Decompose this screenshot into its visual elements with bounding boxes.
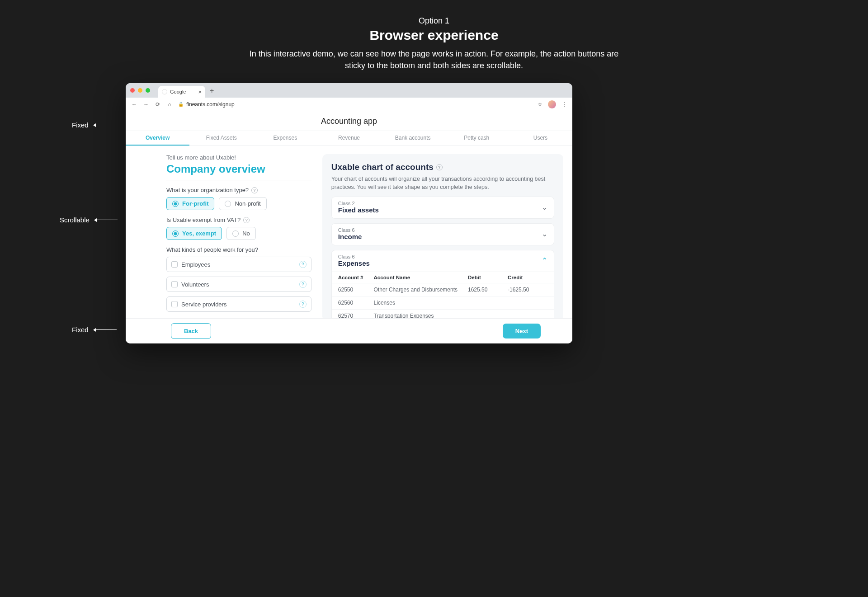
chevron-down-icon: ⌄	[542, 230, 547, 238]
question-people: What kinds of people work for you?	[166, 246, 311, 253]
page-title: Browser experience	[0, 28, 868, 43]
left-scroll-area[interactable]: Tell us more about Uxable! Company overv…	[166, 154, 316, 321]
radio-non-profit[interactable]: Non-profit	[219, 197, 266, 210]
accordion-expenses: Class 6Expenses ⌃ Account #Account NameD…	[331, 250, 554, 321]
accordion-fixed-assets: Class 2Fixed assets ⌄	[331, 197, 554, 219]
home-icon[interactable]: ⌂	[166, 101, 173, 108]
panel-description: Your chart of accounts will organize all…	[331, 175, 554, 191]
tab-petty-cash[interactable]: Petty cash	[445, 131, 509, 146]
accordion-header[interactable]: Class 2Fixed assets ⌄	[332, 197, 554, 218]
app-nav-tabs: Overview Fixed Assets Expenses Revenue B…	[126, 131, 572, 146]
maximize-window-icon[interactable]	[146, 88, 150, 93]
help-icon[interactable]: ?	[299, 301, 307, 308]
bookmark-icon[interactable]: ☆	[538, 101, 542, 108]
chevron-down-icon: ⌄	[542, 203, 547, 212]
annotation-fixed-top: Fixed	[72, 121, 117, 129]
right-panel[interactable]: Uxable chart of accounts? Your chart of …	[322, 154, 563, 321]
close-tab-icon[interactable]: ×	[198, 89, 202, 95]
minimize-window-icon[interactable]	[138, 88, 142, 93]
tab-title: Google	[170, 89, 186, 94]
help-icon[interactable]: ?	[251, 187, 258, 193]
radio-no[interactable]: No	[226, 227, 256, 240]
table-row[interactable]: 62560Licenses	[332, 296, 554, 309]
checkbox-volunteers[interactable]: Volunteers?	[166, 277, 311, 292]
browser-addressbar: ← → ⟳ ⌂ 🔒 fineants.com/signup ☆ ⋮	[126, 98, 572, 111]
browser-window: Google × + ← → ⟳ ⌂ 🔒 fineants.com/signup…	[126, 83, 572, 343]
accordion-header[interactable]: Class 6Income ⌄	[332, 224, 554, 245]
tab-expenses[interactable]: Expenses	[253, 131, 317, 146]
close-window-icon[interactable]	[130, 88, 135, 93]
help-icon[interactable]: ?	[299, 281, 307, 288]
next-button[interactable]: Next	[503, 324, 541, 338]
traffic-lights[interactable]	[130, 88, 150, 93]
tab-overview[interactable]: Overview	[126, 131, 189, 146]
checkbox-service-providers[interactable]: Service providers?	[166, 296, 311, 312]
radio-for-profit[interactable]: For-profit	[166, 197, 214, 210]
page-description: In this interactive demo, we can see how…	[0, 48, 868, 71]
url-field[interactable]: 🔒 fineants.com/signup	[178, 101, 532, 108]
nav-forward-icon[interactable]: →	[143, 101, 149, 108]
kebab-menu-icon[interactable]: ⋮	[561, 101, 567, 108]
help-icon[interactable]: ?	[436, 164, 443, 170]
annotation-scrollable: Scrollable	[60, 216, 118, 224]
browser-tab[interactable]: Google ×	[158, 86, 205, 98]
tab-users[interactable]: Users	[509, 131, 572, 146]
table-header: Account #Account NameDebitCredit	[332, 272, 554, 283]
app-title: Accounting app	[126, 111, 572, 131]
accordion-header[interactable]: Class 6Expenses ⌃	[332, 250, 554, 272]
nav-back-icon[interactable]: ←	[131, 101, 137, 108]
chevron-up-icon: ⌃	[542, 256, 547, 265]
radio-yes-exempt[interactable]: Yes, exempt	[166, 227, 222, 240]
url-text: fineants.com/signup	[186, 101, 235, 108]
action-footer: Back Next	[126, 318, 572, 343]
form-heading: Company overview	[166, 163, 311, 180]
table-row[interactable]: 62550Other Charges and Disbursements1625…	[332, 283, 554, 296]
reload-icon[interactable]: ⟳	[155, 101, 161, 108]
help-icon[interactable]: ?	[299, 261, 307, 268]
profile-avatar[interactable]	[548, 100, 556, 108]
tab-revenue[interactable]: Revenue	[317, 131, 381, 146]
tab-bank-accounts[interactable]: Bank accounts	[381, 131, 445, 146]
help-icon[interactable]: ?	[243, 217, 250, 223]
browser-tabbar: Google × +	[126, 83, 572, 98]
tab-fixed-assets[interactable]: Fixed Assets	[189, 131, 253, 146]
accordion-income: Class 6Income ⌄	[331, 223, 554, 245]
new-tab-icon[interactable]: +	[210, 87, 214, 95]
annotation-fixed-bottom: Fixed	[72, 326, 117, 334]
panel-title: Uxable chart of accounts?	[331, 162, 554, 172]
back-button[interactable]: Back	[171, 323, 211, 339]
lock-icon: 🔒	[178, 102, 184, 107]
question-vat: Is Uxable exempt from VAT??	[166, 216, 311, 223]
form-pretitle: Tell us more about Uxable!	[166, 154, 311, 161]
question-org-type: What is your organization type??	[166, 187, 311, 193]
option-label: Option 1	[0, 16, 868, 26]
google-favicon	[162, 89, 167, 94]
checkbox-employees[interactable]: Employees?	[166, 257, 311, 272]
